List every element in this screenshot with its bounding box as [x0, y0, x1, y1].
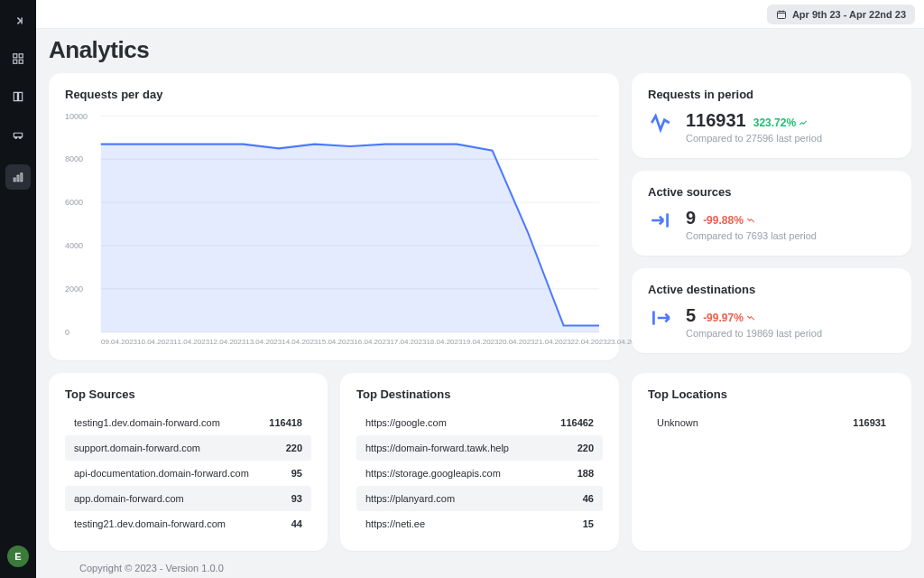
card-title: Active destinations	[648, 283, 895, 296]
list-item-label: support.domain-forward.com	[74, 443, 200, 453]
list-item-value: 15	[583, 518, 594, 529]
location-row[interactable]: Unknown116931	[648, 410, 895, 435]
requests-per-day-card: Requests per day 0200040006000800010000 …	[49, 73, 619, 360]
chart-x-tick: 12.04.2023	[209, 338, 245, 346]
trend-down-icon	[745, 313, 756, 322]
chart-y-tick: 2000	[65, 284, 83, 294]
list-item-value: 46	[583, 493, 594, 504]
chart-x-tick: 18.04.2023	[426, 338, 462, 346]
list-item-label: Unknown	[657, 417, 698, 428]
chart-x-tick: 22.04.2023	[571, 338, 607, 346]
list-item-label: app.domain-forward.com	[74, 493, 184, 504]
chart-y-tick: 8000	[65, 154, 83, 163]
avatar[interactable]: E	[7, 545, 29, 567]
footer-text: Copyright © 2023 - Version 1.0.0	[79, 563, 224, 573]
content: Analytics Requests per day 0200040006000…	[36, 29, 924, 558]
chart-x-labels: 09.04.202310.04.202311.04.202312.04.2023…	[65, 338, 603, 346]
list-item-value: 220	[286, 443, 302, 453]
source-row[interactable]: testing21.dev.domain-forward.com44	[65, 511, 311, 536]
footer: Copyright © 2023 - Version 1.0.0	[72, 558, 924, 578]
chart-x-tick: 21.04.2023	[535, 338, 571, 346]
svg-rect-3	[19, 60, 23, 63]
sidebar: E	[0, 0, 36, 578]
analytics-icon[interactable]	[5, 164, 31, 190]
chart-x-tick: 10.04.2023	[137, 338, 173, 346]
stat-value: 5	[686, 305, 696, 326]
destination-row[interactable]: https://domain-forward.tawk.help220	[356, 435, 603, 461]
stat-value: 116931	[686, 110, 746, 131]
chart-y-tick: 6000	[65, 198, 83, 207]
list-item-label: testing1.dev.domain-forward.com	[74, 417, 220, 428]
source-row[interactable]: support.domain-forward.com220	[65, 435, 311, 461]
sidebar-expand-icon[interactable]	[10, 13, 26, 29]
docs-icon[interactable]	[10, 89, 26, 105]
card-title: Top Destinations	[356, 387, 603, 401]
svg-rect-7	[14, 178, 15, 182]
chart-x-tick: 13.04.2023	[245, 338, 282, 346]
activity-icon	[648, 110, 673, 135]
dashboard-icon[interactable]	[10, 51, 26, 67]
list-item-label: testing21.dev.domain-forward.com	[74, 518, 226, 529]
list-item-value: 116418	[269, 417, 302, 428]
vehicle-icon[interactable]	[10, 126, 26, 143]
date-range-label: Apr 9th 23 - Apr 22nd 23	[792, 9, 906, 20]
stat-sub: Compared to 7693 last period	[686, 230, 817, 241]
destination-row[interactable]: https://planyard.com46	[356, 486, 603, 511]
topbar: Apr 9th 23 - Apr 22nd 23	[36, 0, 924, 29]
top-destinations-card: Top Destinations https://google.com11646…	[340, 373, 619, 551]
requests-in-period-card: Requests in period 116931 323.72%	[632, 73, 911, 158]
active-sources-card: Active sources 9 -99.88%	[632, 171, 911, 256]
source-row[interactable]: app.domain-forward.com93	[65, 486, 311, 511]
destination-row[interactable]: https://storage.googleapis.com188	[356, 461, 603, 486]
chart-y-tick: 10000	[65, 112, 88, 121]
card-title: Top Sources	[65, 387, 311, 401]
stat-delta: 323.72%	[753, 117, 808, 129]
svg-rect-0	[14, 54, 17, 58]
trend-down-icon	[745, 216, 756, 225]
chart-x-tick: 16.04.2023	[354, 338, 390, 346]
list-item-value: 188	[578, 468, 594, 479]
svg-rect-10	[777, 11, 785, 18]
trend-up-icon	[798, 118, 808, 127]
svg-rect-1	[19, 54, 23, 58]
list-item-label: https://storage.googleapis.com	[365, 468, 501, 479]
requests-chart: 0200040006000800010000	[65, 110, 603, 336]
stat-value: 9	[686, 208, 696, 228]
calendar-icon	[776, 9, 787, 20]
list-item-label: https://domain-forward.tawk.help	[365, 443, 509, 453]
date-range-picker[interactable]: Apr 9th 23 - Apr 22nd 23	[767, 5, 915, 24]
list-item-label: https://neti.ee	[365, 518, 425, 529]
active-destinations-card: Active destinations 5 -99.97%	[632, 268, 911, 353]
destination-row[interactable]: https://google.com116462	[356, 410, 603, 435]
svg-rect-9	[21, 173, 23, 182]
list-item-label: https://google.com	[365, 417, 447, 428]
chart-x-tick: 15.04.2023	[318, 338, 354, 346]
svg-rect-4	[14, 133, 22, 137]
source-row[interactable]: api-documentation.domain-forward.com95	[65, 461, 311, 486]
avatar-initial: E	[14, 551, 21, 562]
arrow-out-icon	[648, 305, 673, 331]
source-row[interactable]: testing1.dev.domain-forward.com116418	[65, 410, 311, 435]
list-item-label: https://planyard.com	[365, 493, 455, 504]
chart-y-tick: 0	[65, 328, 69, 337]
card-title: Top Locations	[648, 387, 895, 401]
stat-sub: Compared to 27596 last period	[686, 133, 822, 144]
list-item-value: 95	[291, 468, 302, 479]
list-item-value: 116462	[560, 417, 594, 428]
chart-x-tick: 17.04.2023	[390, 338, 426, 346]
list-item-value: 220	[578, 443, 594, 453]
top-locations-card: Top Locations Unknown116931	[632, 373, 911, 551]
destination-row[interactable]: https://neti.ee15	[356, 511, 603, 536]
main: Apr 9th 23 - Apr 22nd 23 Analytics Reque…	[36, 0, 924, 578]
list-item-value: 93	[291, 493, 302, 504]
list-item-label: api-documentation.domain-forward.com	[74, 468, 249, 479]
chart-x-tick: 19.04.2023	[462, 338, 498, 346]
arrow-in-icon	[648, 208, 673, 233]
chart-title: Requests per day	[65, 88, 603, 101]
chart-x-tick: 11.04.2023	[173, 338, 209, 346]
stat-delta: -99.97%	[703, 312, 756, 324]
list-item-value: 116931	[853, 417, 886, 428]
chart-y-tick: 4000	[65, 241, 83, 250]
top-sources-card: Top Sources testing1.dev.domain-forward.…	[49, 373, 328, 551]
chart-x-tick: 09.04.2023	[101, 338, 137, 346]
